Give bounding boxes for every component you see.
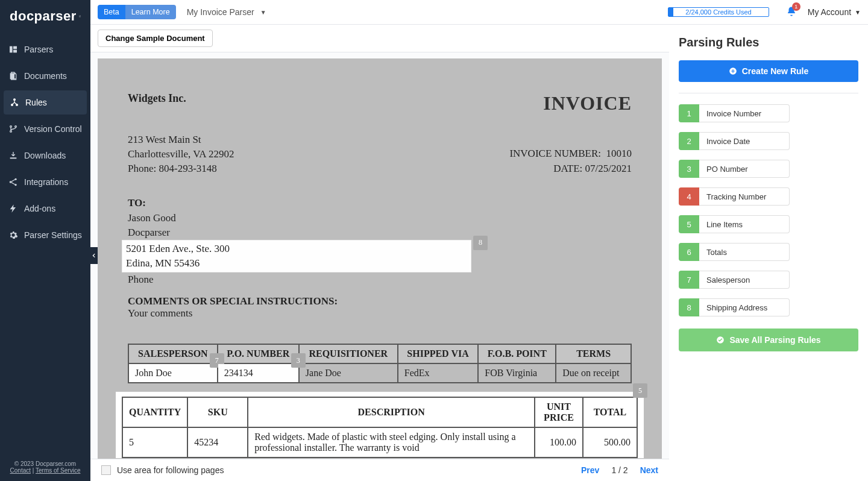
doc-toolbar: Change Sample Document	[90, 25, 669, 52]
sidebar-item-label: Version Control	[24, 124, 82, 134]
invoice-meta: INVOICE NUMBER: 10010 DATE: 07/25/2021	[509, 146, 632, 176]
svg-rect-3	[10, 73, 14, 79]
svg-rect-1	[13, 46, 17, 49]
rule-item[interactable]: 2Invoice Date	[679, 132, 858, 150]
sidebar-item-label: Integrations	[24, 177, 68, 187]
topbar: Beta Learn More My Invoice Parser ▼ 2/24…	[90, 0, 868, 25]
prev-button[interactable]: Prev	[581, 465, 599, 475]
nav: Parsers Documents Rules Version Control …	[0, 36, 90, 456]
logo[interactable]: docparser	[0, 0, 90, 33]
sidebar-item-version-control[interactable]: Version Control	[0, 116, 90, 142]
account-label: My Account	[808, 7, 851, 17]
svg-point-4	[13, 98, 16, 101]
svg-point-9	[15, 126, 17, 128]
plus-circle-icon	[729, 67, 737, 75]
highlight-tag: 5	[633, 383, 647, 398]
bolt-icon	[8, 204, 18, 213]
rule-item[interactable]: 6Totals	[679, 243, 858, 261]
pager: Prev 1 / 2 Next	[581, 465, 658, 475]
use-area-checkbox[interactable]	[101, 465, 111, 475]
external-link-icon	[79, 11, 81, 22]
create-new-rule-button[interactable]: Create New Rule	[679, 60, 858, 82]
svg-point-7	[10, 126, 12, 128]
svg-rect-2	[13, 50, 17, 53]
sidebar-item-label: Parser Settings	[24, 230, 82, 240]
sidebar-item-label: Rules	[25, 98, 47, 107]
sidebar-item-label: Parsers	[24, 45, 53, 54]
rule-number: 4	[679, 187, 699, 206]
recipient-block: TO: Jason Good Docparser 5201 Eden Ave.,…	[128, 196, 632, 287]
download-icon	[8, 151, 18, 160]
comments-block: COMMENTS OR SPECIAL INSTRUCTIONS: Your c…	[128, 295, 632, 319]
rule-label: Tracking Number	[699, 187, 790, 206]
sidebar-item-rules[interactable]: Rules	[4, 90, 87, 115]
order-info-table: SALESPERSON P.O. NUMBER REQUISITIONER SH…	[128, 344, 632, 383]
rule-number: 3	[679, 160, 699, 178]
sidebar-item-parsers[interactable]: Parsers	[0, 36, 90, 63]
sidebar-item-label: Add-ons	[24, 204, 55, 213]
rule-label: Shipping Address	[699, 298, 790, 316]
sidebar-item-parser-settings[interactable]: Parser Settings	[0, 222, 90, 248]
sidebar-item-documents[interactable]: Documents	[0, 63, 90, 89]
rule-item[interactable]: 7Salesperson	[679, 271, 858, 289]
next-button[interactable]: Next	[640, 465, 658, 475]
notifications-bell[interactable]: 1	[786, 6, 797, 19]
document-preview[interactable]: Widgets Inc. INVOICE 213 West Main St Ch…	[98, 58, 662, 459]
highlight-region-7[interactable]: John Doe 7	[128, 363, 218, 383]
sidebar-item-addons[interactable]: Add-ons	[0, 195, 90, 222]
rule-item[interactable]: 3PO Number	[679, 160, 858, 178]
branch-icon	[8, 124, 18, 134]
rule-label: Line Items	[699, 215, 790, 233]
highlight-region-3[interactable]: 234134 3	[218, 363, 299, 383]
sidebar: docparser Parsers Documents Rules Versio…	[0, 0, 90, 481]
change-sample-document-button[interactable]: Change Sample Document	[98, 30, 213, 47]
rule-label: Salesperson	[699, 271, 790, 289]
sidebar-footer: © 2023 Docparser.com Contact | Terms of …	[0, 456, 90, 481]
contact-link[interactable]: Contact	[10, 467, 31, 474]
tos-link[interactable]: Terms of Service	[36, 467, 80, 474]
highlight-region-5[interactable]: 5 QUANTITY SKU DESCRIPTION UNIT PRICE TO…	[116, 392, 644, 458]
rule-item[interactable]: 4Tracking Number	[679, 187, 858, 206]
parsers-icon	[8, 45, 18, 54]
credits-badge[interactable]: 2/24,000 Credits Used	[668, 7, 769, 17]
rule-label: Invoice Number	[699, 104, 790, 122]
parser-dropdown[interactable]: My Invoice Parser ▼	[187, 7, 266, 17]
svg-point-8	[10, 131, 12, 133]
rule-label: Totals	[699, 243, 790, 261]
rule-item[interactable]: 5Line Items	[679, 215, 858, 233]
line-items-table: QUANTITY SKU DESCRIPTION UNIT PRICE TOTA…	[122, 397, 638, 458]
caret-down-icon: ▼	[855, 9, 861, 16]
beta-label: Beta	[98, 5, 125, 19]
save-all-rules-button[interactable]: Save All Parsing Rules	[679, 329, 858, 351]
page-indicator: 1 / 2	[611, 465, 627, 475]
caret-down-icon: ▼	[260, 9, 266, 16]
invoice-title: INVOICE	[543, 92, 632, 115]
rule-label: PO Number	[699, 160, 790, 178]
sidebar-item-label: Documents	[24, 71, 67, 81]
rule-number: 2	[679, 132, 699, 150]
rule-number: 5	[679, 215, 699, 233]
highlight-tag: 3	[291, 353, 306, 368]
rule-item[interactable]: 1Invoice Number	[679, 104, 858, 122]
rule-item[interactable]: 8Shipping Address	[679, 298, 858, 316]
check-circle-icon	[716, 336, 725, 344]
highlight-tag: 8	[473, 236, 488, 250]
rule-label: Invoice Date	[699, 132, 790, 150]
save-rules-label: Save All Parsing Rules	[729, 335, 820, 345]
svg-rect-0	[10, 46, 13, 53]
rule-number: 1	[679, 104, 699, 122]
rules-title: Parsing Rules	[679, 36, 858, 49]
brand-text: docparser	[10, 8, 77, 24]
rules-icon	[10, 98, 19, 107]
use-area-label: Use area for following pages	[117, 465, 224, 475]
bottom-bar: Use area for following pages Prev 1 / 2 …	[90, 459, 669, 481]
highlight-region-8[interactable]: 5201 Eden Ave., Ste. 300 Edina, MN 55436…	[122, 240, 471, 272]
beta-badge[interactable]: Beta Learn More	[98, 5, 176, 19]
account-dropdown[interactable]: My Account ▼	[808, 7, 861, 17]
documents-icon	[8, 71, 18, 81]
sidebar-item-integrations[interactable]: Integrations	[0, 169, 90, 195]
sidebar-item-downloads[interactable]: Downloads	[0, 142, 90, 169]
sidebar-item-label: Downloads	[24, 151, 66, 160]
chevron-left-icon	[91, 253, 97, 259]
svg-rect-10	[10, 157, 17, 159]
